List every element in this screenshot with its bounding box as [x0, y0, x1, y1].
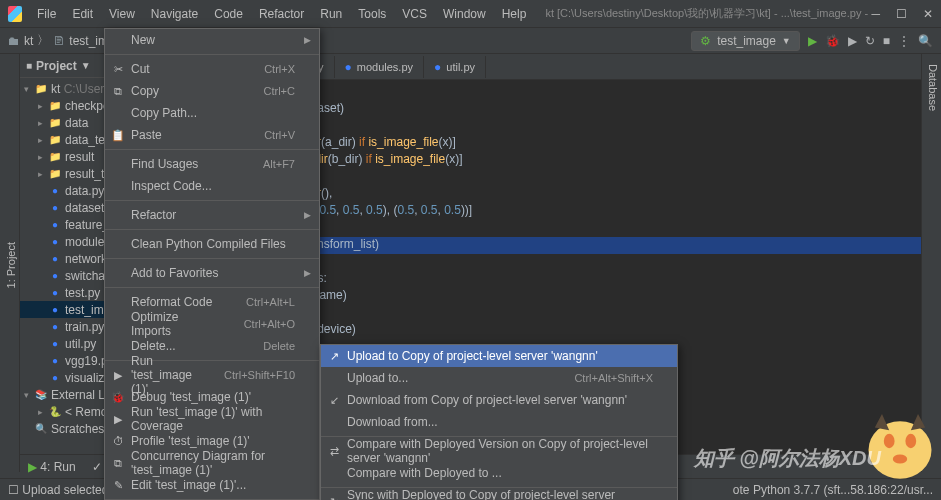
menu-code[interactable]: Code [207, 3, 250, 25]
menu-item[interactable]: Copy Path... [105, 102, 319, 124]
menu-item[interactable]: Download from... [321, 411, 677, 433]
editor-tab[interactable]: ●util.py [424, 56, 486, 78]
menu-vcs[interactable]: VCS [395, 3, 434, 25]
menu-item[interactable]: Optimize ImportsCtrl+Alt+O [105, 313, 319, 335]
dropdown-icon[interactable]: ▼ [81, 60, 91, 71]
run-toolwindow[interactable]: ▶ 4: Run [28, 460, 76, 474]
menu-tools[interactable]: Tools [351, 3, 393, 25]
menu-item[interactable]: 📋PasteCtrl+V [105, 124, 319, 146]
menu-item[interactable]: ⧉Concurrency Diagram for 'test_image (1)… [105, 452, 319, 474]
menu-view[interactable]: View [102, 3, 142, 25]
menu-item[interactable]: ↻Sync with Deployed to Copy of project-l… [321, 491, 677, 500]
play-icon[interactable]: ▶ [808, 34, 817, 48]
pycharm-logo [8, 6, 22, 22]
window-controls: ─ ☐ ✕ [871, 7, 933, 21]
menu-file[interactable]: File [30, 3, 63, 25]
menubar: FileEditViewNavigateCodeRefactorRunTools… [30, 3, 533, 25]
debug-icon[interactable]: 🐞 [825, 34, 840, 48]
menu-window[interactable]: Window [436, 3, 493, 25]
menu-item[interactable]: New▶ [105, 29, 319, 51]
menu-item[interactable]: Clean Python Compiled Files [105, 233, 319, 255]
folder-icon: 🖿 [8, 34, 20, 48]
run-config-selector[interactable]: ⚙ test_image ▼ [691, 31, 800, 51]
menu-help[interactable]: Help [495, 3, 534, 25]
toolwindow-database[interactable]: Database [925, 58, 941, 472]
titlebar: FileEditViewNavigateCodeRefactorRunTools… [0, 0, 941, 28]
menu-item[interactable]: Upload to...Ctrl+Alt+Shift+X [321, 367, 677, 389]
more-icon[interactable]: ⋮ [898, 34, 910, 48]
menu-item[interactable]: ↙Download from Copy of project-level ser… [321, 389, 677, 411]
menu-item[interactable]: Compare with Deployed to ... [321, 462, 677, 484]
crumb-root: kt [24, 34, 33, 48]
menu-item[interactable]: ▶Run 'test_image (1)' with Coverage [105, 408, 319, 430]
menu-item[interactable]: ✎Edit 'test_image (1)'... [105, 474, 319, 496]
menu-item[interactable]: ⇄Compare with Deployed Version on Copy o… [321, 440, 677, 462]
right-toolwindow-bar: DatabaseSciView [921, 54, 941, 472]
chevron-icon: 〉 [37, 32, 49, 49]
editor-tab[interactable]: ●modules.py [335, 56, 425, 78]
menu-item[interactable]: ⧉CopyCtrl+C [105, 80, 319, 102]
left-toolwindow-bar: 1: Project7: Structure2: Favorites [0, 54, 20, 472]
menu-item[interactable]: Refactor▶ [105, 204, 319, 226]
toolwindow-project[interactable]: 1: Project [3, 236, 19, 294]
menu-item[interactable]: Find UsagesAlt+F7 [105, 153, 319, 175]
window-title: kt [C:\Users\destiny\Desktop\我的\机器学习\kt]… [545, 6, 871, 21]
menu-run[interactable]: Run [313, 3, 349, 25]
menu-item[interactable]: ▶Run 'test_image (1)'Ctrl+Shift+F10 [105, 364, 319, 386]
project-title: Project [36, 59, 77, 73]
coverage-icon[interactable]: ▶ [848, 34, 857, 48]
menu-navigate[interactable]: Navigate [144, 3, 205, 25]
maximize-icon[interactable]: ☐ [896, 7, 907, 21]
menu-item[interactable]: ↗Upload to Copy of project-level server … [321, 345, 677, 367]
menu-refactor[interactable]: Refactor [252, 3, 311, 25]
dropdown-icon: ▼ [782, 36, 791, 46]
stop-icon[interactable]: ■ [883, 34, 890, 48]
menu-item[interactable]: Inspect Code... [105, 175, 319, 197]
minimize-icon[interactable]: ─ [871, 7, 880, 21]
file-icon: 🖹 [53, 34, 65, 48]
context-menu: New▶✂CutCtrl+X⧉CopyCtrl+CCopy Path...📋Pa… [104, 28, 320, 500]
project-arrow-icon: ■ [26, 60, 32, 71]
status-interpreter[interactable]: ote Python 3.7.7 (sft...58.186:22/usr... [733, 483, 933, 497]
run-config-label: test_image [717, 34, 776, 48]
menu-item[interactable]: ✂CutCtrl+X [105, 58, 319, 80]
menu-item[interactable]: Add to Favorites▶ [105, 262, 319, 284]
close-icon[interactable]: ✕ [923, 7, 933, 21]
search-icon[interactable]: 🔍 [918, 34, 933, 48]
menu-edit[interactable]: Edit [65, 3, 100, 25]
run-icon: ⚙ [700, 34, 711, 48]
profile-icon[interactable]: ↻ [865, 34, 875, 48]
deployment-submenu: ↗Upload to Copy of project-level server … [320, 344, 678, 500]
